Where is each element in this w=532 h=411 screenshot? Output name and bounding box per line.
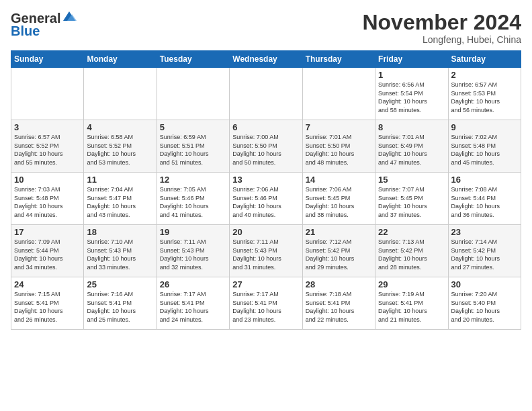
cell-info: Sunrise: 6:59 AM Sunset: 5:51 PM Dayligh… bbox=[160, 133, 226, 167]
day-number: 10 bbox=[14, 175, 81, 185]
day-number: 2 bbox=[451, 70, 518, 80]
day-number: 12 bbox=[160, 175, 226, 185]
logo-icon bbox=[62, 9, 77, 24]
cell-1-6: 9Sunrise: 7:02 AM Sunset: 5:48 PM Daylig… bbox=[448, 120, 521, 173]
day-number: 15 bbox=[378, 175, 445, 185]
cell-info: Sunrise: 7:00 AM Sunset: 5:50 PM Dayligh… bbox=[232, 133, 299, 167]
cell-1-5: 8Sunrise: 7:01 AM Sunset: 5:49 PM Daylig… bbox=[375, 120, 448, 173]
day-number: 22 bbox=[378, 227, 445, 237]
day-number: 1 bbox=[378, 70, 445, 80]
cell-0-3 bbox=[230, 68, 302, 120]
cell-0-6: 2Sunrise: 6:57 AM Sunset: 5:53 PM Daylig… bbox=[448, 68, 521, 120]
cell-4-1: 25Sunrise: 7:16 AM Sunset: 5:41 PM Dayli… bbox=[84, 277, 157, 330]
location-subtitle: Longfeng, Hubei, China bbox=[362, 34, 521, 45]
day-number: 28 bbox=[306, 279, 372, 289]
cell-info: Sunrise: 7:08 AM Sunset: 5:44 PM Dayligh… bbox=[451, 185, 518, 219]
cell-2-3: 13Sunrise: 7:06 AM Sunset: 5:46 PM Dayli… bbox=[230, 173, 302, 225]
cell-2-5: 15Sunrise: 7:07 AM Sunset: 5:45 PM Dayli… bbox=[375, 173, 448, 225]
cell-info: Sunrise: 7:10 AM Sunset: 5:43 PM Dayligh… bbox=[87, 238, 153, 271]
title-block: November 2024 Longfeng, Hubei, China bbox=[362, 11, 521, 45]
day-number: 6 bbox=[232, 122, 299, 132]
col-friday: Friday bbox=[375, 51, 448, 68]
cell-3-4: 21Sunrise: 7:12 AM Sunset: 5:42 PM Dayli… bbox=[302, 225, 375, 277]
header-row: Sunday Monday Tuesday Wednesday Thursday… bbox=[11, 51, 521, 68]
cell-info: Sunrise: 7:09 AM Sunset: 5:44 PM Dayligh… bbox=[14, 238, 81, 271]
cell-info: Sunrise: 7:14 AM Sunset: 5:42 PM Dayligh… bbox=[451, 238, 518, 271]
col-thursday: Thursday bbox=[302, 51, 375, 68]
cell-2-6: 16Sunrise: 7:08 AM Sunset: 5:44 PM Dayli… bbox=[448, 173, 521, 225]
day-number: 11 bbox=[87, 175, 153, 185]
cell-info: Sunrise: 6:56 AM Sunset: 5:54 PM Dayligh… bbox=[378, 81, 445, 114]
day-number: 16 bbox=[451, 175, 518, 185]
day-number: 23 bbox=[451, 227, 518, 237]
day-number: 3 bbox=[14, 122, 81, 132]
month-title: November 2024 bbox=[362, 11, 521, 34]
cell-0-1 bbox=[84, 68, 157, 120]
cell-3-0: 17Sunrise: 7:09 AM Sunset: 5:44 PM Dayli… bbox=[11, 225, 84, 277]
cell-4-4: 28Sunrise: 7:18 AM Sunset: 5:41 PM Dayli… bbox=[302, 277, 375, 330]
cell-2-2: 12Sunrise: 7:05 AM Sunset: 5:46 PM Dayli… bbox=[157, 173, 229, 225]
cell-info: Sunrise: 7:12 AM Sunset: 5:42 PM Dayligh… bbox=[306, 238, 372, 271]
cell-info: Sunrise: 7:02 AM Sunset: 5:48 PM Dayligh… bbox=[451, 133, 518, 167]
cell-3-1: 18Sunrise: 7:10 AM Sunset: 5:43 PM Dayli… bbox=[84, 225, 157, 277]
cell-info: Sunrise: 7:06 AM Sunset: 5:46 PM Dayligh… bbox=[232, 185, 299, 219]
day-number: 27 bbox=[232, 279, 299, 289]
cell-2-1: 11Sunrise: 7:04 AM Sunset: 5:47 PM Dayli… bbox=[84, 173, 157, 225]
cell-info: Sunrise: 7:01 AM Sunset: 5:49 PM Dayligh… bbox=[378, 133, 445, 167]
day-number: 30 bbox=[451, 279, 518, 289]
cell-info: Sunrise: 7:18 AM Sunset: 5:41 PM Dayligh… bbox=[306, 290, 372, 324]
cell-2-0: 10Sunrise: 7:03 AM Sunset: 5:48 PM Dayli… bbox=[11, 173, 84, 225]
cell-info: Sunrise: 7:11 AM Sunset: 5:43 PM Dayligh… bbox=[232, 238, 299, 271]
day-number: 7 bbox=[306, 122, 372, 132]
day-number: 20 bbox=[232, 227, 299, 237]
cell-info: Sunrise: 7:15 AM Sunset: 5:41 PM Dayligh… bbox=[14, 290, 81, 324]
day-number: 18 bbox=[87, 227, 153, 237]
cell-1-0: 3Sunrise: 6:57 AM Sunset: 5:52 PM Daylig… bbox=[11, 120, 84, 173]
cell-info: Sunrise: 6:57 AM Sunset: 5:53 PM Dayligh… bbox=[451, 81, 518, 114]
cell-1-3: 6Sunrise: 7:00 AM Sunset: 5:50 PM Daylig… bbox=[230, 120, 302, 173]
day-number: 25 bbox=[87, 279, 153, 289]
week-row-5: 24Sunrise: 7:15 AM Sunset: 5:41 PM Dayli… bbox=[11, 277, 521, 330]
cell-info: Sunrise: 7:20 AM Sunset: 5:40 PM Dayligh… bbox=[451, 290, 518, 324]
calendar-table: Sunday Monday Tuesday Wednesday Thursday… bbox=[11, 50, 521, 330]
week-row-4: 17Sunrise: 7:09 AM Sunset: 5:44 PM Dayli… bbox=[11, 225, 521, 277]
week-row-3: 10Sunrise: 7:03 AM Sunset: 5:48 PM Dayli… bbox=[11, 173, 521, 225]
day-number: 4 bbox=[87, 122, 153, 132]
cell-info: Sunrise: 7:19 AM Sunset: 5:41 PM Dayligh… bbox=[378, 290, 445, 324]
cell-4-5: 29Sunrise: 7:19 AM Sunset: 5:41 PM Dayli… bbox=[375, 277, 448, 330]
cell-1-4: 7Sunrise: 7:01 AM Sunset: 5:50 PM Daylig… bbox=[302, 120, 375, 173]
cell-info: Sunrise: 7:11 AM Sunset: 5:43 PM Dayligh… bbox=[160, 238, 226, 271]
cell-info: Sunrise: 7:05 AM Sunset: 5:46 PM Dayligh… bbox=[160, 185, 226, 219]
cell-4-6: 30Sunrise: 7:20 AM Sunset: 5:40 PM Dayli… bbox=[448, 277, 521, 330]
col-wednesday: Wednesday bbox=[230, 51, 302, 68]
cell-info: Sunrise: 7:17 AM Sunset: 5:41 PM Dayligh… bbox=[232, 290, 299, 324]
cell-3-3: 20Sunrise: 7:11 AM Sunset: 5:43 PM Dayli… bbox=[230, 225, 302, 277]
cell-4-2: 26Sunrise: 7:17 AM Sunset: 5:41 PM Dayli… bbox=[157, 277, 229, 330]
cell-3-6: 23Sunrise: 7:14 AM Sunset: 5:42 PM Dayli… bbox=[448, 225, 521, 277]
day-number: 26 bbox=[160, 279, 226, 289]
cell-3-2: 19Sunrise: 7:11 AM Sunset: 5:43 PM Dayli… bbox=[157, 225, 229, 277]
cell-0-4 bbox=[302, 68, 375, 120]
day-number: 5 bbox=[160, 122, 226, 132]
cell-info: Sunrise: 7:04 AM Sunset: 5:47 PM Dayligh… bbox=[87, 185, 153, 219]
cell-2-4: 14Sunrise: 7:06 AM Sunset: 5:45 PM Dayli… bbox=[302, 173, 375, 225]
col-sunday: Sunday bbox=[11, 51, 84, 68]
cell-info: Sunrise: 6:58 AM Sunset: 5:52 PM Dayligh… bbox=[87, 133, 153, 167]
cell-info: Sunrise: 7:01 AM Sunset: 5:50 PM Dayligh… bbox=[306, 133, 372, 167]
cell-4-0: 24Sunrise: 7:15 AM Sunset: 5:41 PM Dayli… bbox=[11, 277, 84, 330]
cell-info: Sunrise: 7:06 AM Sunset: 5:45 PM Dayligh… bbox=[306, 185, 372, 219]
header: General Blue November 2024 Longfeng, Hub… bbox=[11, 11, 521, 45]
day-number: 17 bbox=[14, 227, 81, 237]
day-number: 9 bbox=[451, 122, 518, 132]
day-number: 29 bbox=[378, 279, 445, 289]
cell-info: Sunrise: 7:03 AM Sunset: 5:48 PM Dayligh… bbox=[14, 185, 81, 219]
cell-1-2: 5Sunrise: 6:59 AM Sunset: 5:51 PM Daylig… bbox=[157, 120, 229, 173]
day-number: 21 bbox=[306, 227, 372, 237]
cell-4-3: 27Sunrise: 7:17 AM Sunset: 5:41 PM Dayli… bbox=[230, 277, 302, 330]
cell-info: Sunrise: 6:57 AM Sunset: 5:52 PM Dayligh… bbox=[14, 133, 81, 167]
day-number: 19 bbox=[160, 227, 226, 237]
cell-0-2 bbox=[157, 68, 229, 120]
col-tuesday: Tuesday bbox=[157, 51, 229, 68]
cell-0-5: 1Sunrise: 6:56 AM Sunset: 5:54 PM Daylig… bbox=[375, 68, 448, 120]
cell-0-0 bbox=[11, 68, 84, 120]
